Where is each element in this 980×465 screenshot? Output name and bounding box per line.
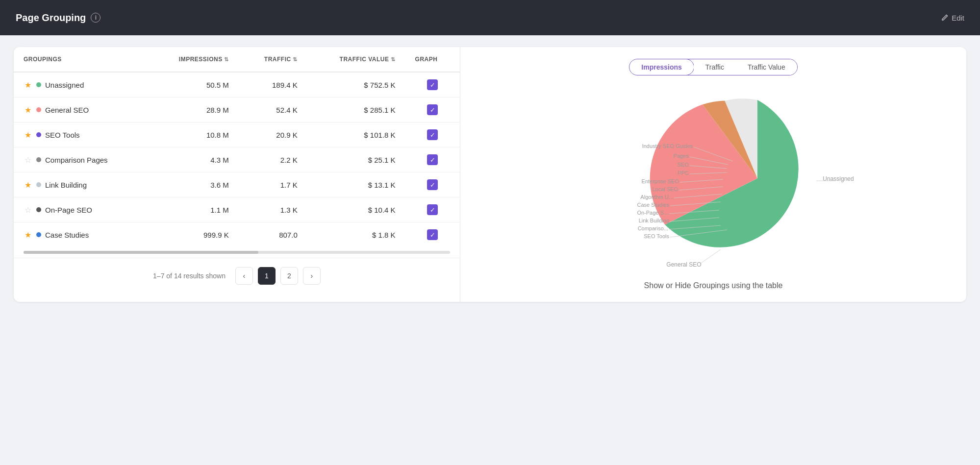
svg-text:PPC: PPC	[678, 170, 689, 176]
page-wrapper: Page Grouping i Edit GROUPINGS	[0, 0, 980, 465]
star-icon-0[interactable]: ★	[24, 80, 32, 90]
cell-graph-4: ✓	[405, 172, 460, 197]
edit-button[interactable]: Edit	[941, 14, 964, 22]
table-header-row: GROUPINGS IMPRESSIONS TRAFFIC TRAFFIC VA…	[14, 47, 460, 72]
pagination-info: 1–7 of 14 results shown	[153, 272, 226, 280]
cell-traffic-value-0: $ 752.5 K	[307, 72, 405, 98]
tab-impressions[interactable]: Impressions	[629, 59, 694, 75]
table-row: ★ Unassigned 50.5 M 189.4 K $ 752.5 K ✓	[14, 72, 460, 98]
grouping-name-0: Unassigned	[45, 81, 84, 89]
cell-impressions-6: 999.9 K	[149, 222, 239, 247]
cell-graph-3: ✓	[405, 147, 460, 172]
cell-grouping-3: ☆ Comparison Pages	[14, 147, 149, 172]
cell-graph-6: ✓	[405, 222, 460, 247]
svg-text:Link Building: Link Building	[639, 218, 669, 223]
cell-traffic-1: 52.4 K	[239, 98, 307, 122]
table-row: ☆ Comparison Pages 4.3 M 2.2 K $ 25.1 K …	[14, 147, 460, 172]
dot-0	[36, 82, 41, 87]
main-content: GROUPINGS IMPRESSIONS TRAFFIC TRAFFIC VA…	[0, 35, 980, 314]
table-container: GROUPINGS IMPRESSIONS TRAFFIC TRAFFIC VA…	[14, 47, 460, 247]
star-icon-5[interactable]: ☆	[24, 205, 32, 215]
col-traffic[interactable]: TRAFFIC	[239, 47, 307, 72]
svg-text:Case Studies: Case Studies	[637, 202, 670, 208]
star-icon-4[interactable]: ★	[24, 180, 32, 190]
checkbox-checked-2[interactable]: ✓	[427, 129, 438, 140]
star-icon-6[interactable]: ★	[24, 230, 32, 240]
page-2-button[interactable]: 2	[280, 267, 298, 285]
cell-traffic-value-5: $ 10.4 K	[307, 197, 405, 222]
grouping-name-5: On-Page SEO	[45, 206, 92, 214]
col-impressions[interactable]: IMPRESSIONS	[149, 47, 239, 72]
cell-graph-5: ✓	[405, 197, 460, 222]
cell-grouping-4: ★ Link Building	[14, 172, 149, 197]
checkbox-checked-0[interactable]: ✓	[427, 79, 438, 90]
dot-4	[36, 182, 41, 187]
col-graph: GRAPH	[405, 47, 460, 72]
page-1-button[interactable]: 1	[258, 267, 276, 285]
checkbox-checked-5[interactable]: ✓	[427, 204, 438, 215]
cell-impressions-4: 3.6 M	[149, 172, 239, 197]
star-icon-3[interactable]: ☆	[24, 155, 32, 165]
cell-traffic-0: 189.4 K	[239, 72, 307, 98]
pie-chart-area: Industry SEO Guides Pages SEO PPC Enterp…	[474, 85, 953, 271]
cell-grouping-0: ★ Unassigned	[14, 72, 149, 98]
cell-impressions-5: 1.1 M	[149, 197, 239, 222]
table-row: ☆ On-Page SEO 1.1 M 1.3 K $ 10.4 K ✓	[14, 197, 460, 222]
prev-page-button[interactable]: ‹	[235, 267, 253, 285]
svg-text:Industry SEO Guides: Industry SEO Guides	[642, 143, 693, 149]
cell-impressions-1: 28.9 M	[149, 98, 239, 122]
main-card: GROUPINGS IMPRESSIONS TRAFFIC TRAFFIC VA…	[14, 47, 966, 302]
grouping-name-1: General SEO	[45, 106, 89, 114]
dot-1	[36, 107, 41, 112]
dot-2	[36, 132, 41, 137]
svg-text:Pages: Pages	[674, 153, 689, 159]
svg-text:Algorithm U...: Algorithm U...	[640, 194, 673, 200]
checkbox-checked-6[interactable]: ✓	[427, 229, 438, 240]
table-section: GROUPINGS IMPRESSIONS TRAFFIC TRAFFIC VA…	[14, 47, 460, 302]
dot-6	[36, 232, 41, 237]
dot-3	[36, 157, 41, 162]
cell-traffic-value-4: $ 13.1 K	[307, 172, 405, 197]
svg-text:Enterprise SEO: Enterprise SEO	[642, 178, 679, 184]
cell-traffic-2: 20.9 K	[239, 122, 307, 147]
cell-grouping-1: ★ General SEO	[14, 98, 149, 122]
svg-text:On-Page S...: On-Page S...	[637, 210, 668, 216]
cell-graph-0: ✓	[405, 72, 460, 98]
svg-text:Local SEO: Local SEO	[652, 186, 678, 192]
cell-traffic-3: 2.2 K	[239, 147, 307, 172]
svg-text:SEO: SEO	[678, 162, 689, 168]
cell-grouping-2: ★ SEO Tools	[14, 122, 149, 147]
checkbox-checked-1[interactable]: ✓	[427, 104, 438, 115]
chart-tabs: Impressions Traffic Traffic Value	[629, 59, 797, 75]
star-icon-2[interactable]: ★	[24, 130, 32, 140]
header-bar: Page Grouping i Edit	[0, 0, 980, 35]
tab-traffic-value[interactable]: Traffic Value	[736, 59, 797, 75]
cell-traffic-value-3: $ 25.1 K	[307, 147, 405, 172]
tab-traffic[interactable]: Traffic	[694, 59, 736, 75]
cell-grouping-6: ★ Case Studies	[14, 222, 149, 247]
svg-text:Compariso...: Compariso...	[638, 225, 668, 231]
card-inner: GROUPINGS IMPRESSIONS TRAFFIC TRAFFIC VA…	[14, 47, 966, 302]
cell-impressions-3: 4.3 M	[149, 147, 239, 172]
page-title: Page Grouping	[16, 12, 86, 24]
cell-graph-2: ✓	[405, 122, 460, 147]
header-title: Page Grouping i	[16, 12, 101, 24]
grouping-name-3: Comparison Pages	[45, 156, 108, 164]
checkbox-checked-3[interactable]: ✓	[427, 154, 438, 165]
star-icon-1[interactable]: ★	[24, 105, 32, 115]
cell-traffic-6: 807.0	[239, 222, 307, 247]
col-traffic-value[interactable]: TRAFFIC VALUE	[307, 47, 405, 72]
table-row: ★ Link Building 3.6 M 1.7 K $ 13.1 K ✓	[14, 172, 460, 197]
svg-line-25	[701, 249, 721, 263]
cell-traffic-value-6: $ 1.8 K	[307, 222, 405, 247]
cell-traffic-5: 1.3 K	[239, 197, 307, 222]
cell-grouping-5: ☆ On-Page SEO	[14, 197, 149, 222]
checkbox-checked-4[interactable]: ✓	[427, 179, 438, 190]
cell-traffic-4: 1.7 K	[239, 172, 307, 197]
scrollbar-track[interactable]	[24, 251, 450, 254]
scrollbar-thumb	[24, 251, 258, 254]
next-page-button[interactable]: ›	[303, 267, 321, 285]
grouping-name-2: SEO Tools	[45, 131, 80, 139]
cell-traffic-value-2: $ 101.8 K	[307, 122, 405, 147]
info-icon[interactable]: i	[91, 13, 101, 23]
